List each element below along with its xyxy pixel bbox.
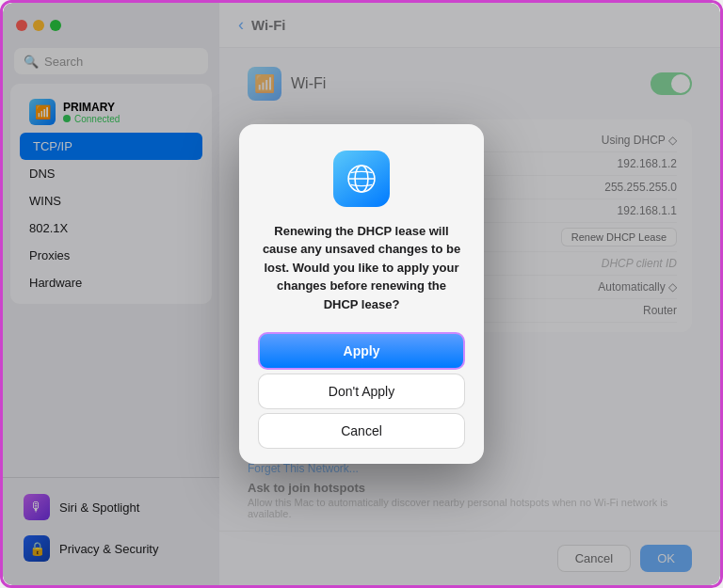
dont-apply-button[interactable]: Don't Apply [258,373,465,409]
modal-cancel-button[interactable]: Cancel [258,413,465,449]
modal-message: Renewing the DHCP lease will cause any u… [258,222,465,314]
modal-overlay: Renewing the DHCP lease will cause any u… [3,3,720,585]
modal-icon [333,151,390,207]
apply-button[interactable]: Apply [258,332,465,370]
app-window: 🔍 Search 📶 PRIMARY Connected TCP/IP DNS … [3,3,720,585]
dhcp-modal: Renewing the DHCP lease will cause any u… [239,124,484,465]
globe-icon [344,161,379,197]
